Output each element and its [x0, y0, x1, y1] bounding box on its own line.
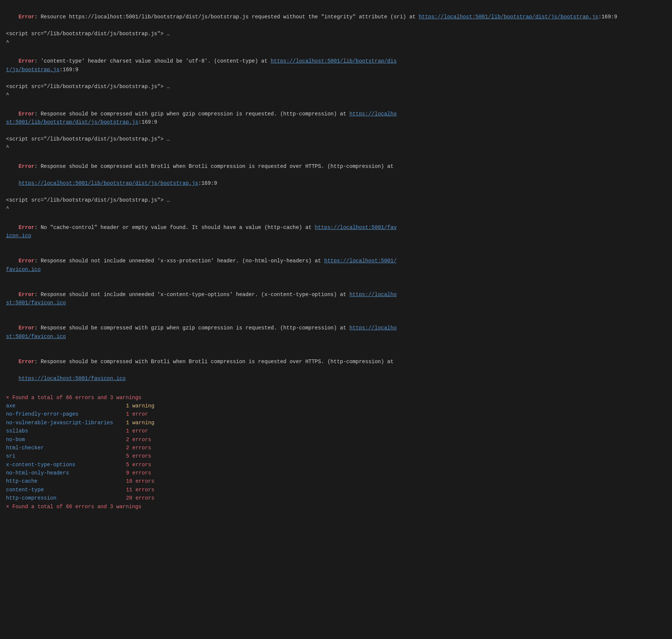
rule-count-no-bom: 2 errors [126, 435, 151, 444]
error-label-4: Error [19, 163, 34, 169]
rule-row-http-compression: http-compression 20 errors [6, 494, 666, 502]
rule-name-http-compression: http-compression [6, 494, 126, 502]
error-label-8: Error [19, 325, 34, 331]
error-label-3: Error [19, 111, 34, 117]
rule-row-no-html-only-headers: no-html-only-headers 9 errors [6, 469, 666, 477]
rule-row-axe: axe 1 warning [6, 402, 666, 410]
source-line-4: <script src="/lib/bootstrap/dist/js/boot… [6, 196, 666, 204]
caret-3: ^ [6, 143, 666, 151]
rule-count-no-vulnerable-javascript-libraries: 1 warning [126, 419, 154, 427]
rule-name-content-type: content-type [6, 486, 126, 494]
caret-1: ^ [6, 38, 666, 46]
source-line-3: <script src="/lib/bootstrap/dist/js/boot… [6, 135, 666, 143]
rule-row-http-cache: http-cache 10 errors [6, 477, 666, 485]
source-line-1: <script src="/lib/bootstrap/dist/js/boot… [6, 30, 666, 38]
error-label-2: Error [19, 58, 34, 64]
error-line-4: Error: Response should be compressed wit… [6, 154, 666, 196]
rule-count-http-compression: 20 errors [126, 494, 154, 502]
rule-name-axe: axe [6, 402, 126, 410]
rule-row-sri: sri 5 errors [6, 452, 666, 460]
rule-name-no-html-only-headers: no-html-only-headers [6, 469, 126, 477]
rule-name-no-friendly-error-pages: no-friendly-error-pages [6, 410, 126, 418]
rule-row-no-friendly-error-pages: no-friendly-error-pages 1 error [6, 410, 666, 418]
rule-row-x-content-type-options: x-content-type-options 5 errors [6, 461, 666, 469]
error-line-7: Error: Response should not include unnee… [6, 282, 666, 316]
rule-name-html-checker: html-checker [6, 444, 126, 452]
error-label-7: Error [19, 292, 34, 298]
rule-count-html-checker: 2 errors [126, 444, 151, 452]
error-line-3: Error: Response should be compressed wit… [6, 101, 666, 135]
rule-count-sri: 5 errors [126, 452, 151, 460]
link-1[interactable]: https://localhost:5001/lib/bootstrap/dis… [419, 14, 598, 20]
error-label-1: Error [19, 14, 34, 20]
error-line-5: Error: No "cache-control" header or empt… [6, 215, 666, 248]
console-output: Error: Resource https://localhost:5001/l… [6, 4, 666, 511]
rule-name-http-cache: http-cache [6, 477, 126, 485]
rule-name-no-vulnerable-javascript-libraries: no-vulnerable-javascript-libraries [6, 419, 126, 427]
error-label-9: Error [19, 359, 34, 365]
rule-row-content-type: content-type 11 errors [6, 486, 666, 494]
caret-4: ^ [6, 204, 666, 213]
error-label-6: Error [19, 258, 34, 264]
error-line-6: Error: Response should not include unnee… [6, 248, 666, 282]
rule-count-x-content-type-options: 5 errors [126, 461, 151, 469]
rule-row-ssllabs: ssllabs 1 error [6, 427, 666, 435]
rule-name-x-content-type-options: x-content-type-options [6, 461, 126, 469]
rule-name-ssllabs: ssllabs [6, 427, 126, 435]
rule-row-no-bom: no-bom 2 errors [6, 435, 666, 444]
source-line-2: <script src="/lib/bootstrap/dist/js/boot… [6, 82, 666, 91]
footer-summary-line: × Found a total of 66 errors and 3 warni… [6, 503, 666, 511]
error-line-2: Error: 'content-type' header charset val… [6, 49, 666, 82]
rule-count-no-friendly-error-pages: 1 error [126, 410, 148, 418]
rule-count-content-type: 11 errors [126, 486, 154, 494]
error-line-8: Error: Response should be compressed wit… [6, 316, 666, 349]
link-9[interactable]: https://localhost:5001/favicon.ico [19, 376, 126, 382]
error-line-9: Error: Response should be compressed wit… [6, 349, 666, 391]
rule-count-axe: 1 warning [126, 402, 154, 410]
error-label-5: Error [19, 224, 34, 230]
rule-count-http-cache: 10 errors [126, 477, 154, 485]
rule-count-ssllabs: 1 error [126, 427, 148, 435]
summary-line: × Found a total of 66 errors and 3 warni… [6, 394, 666, 402]
caret-2: ^ [6, 91, 666, 99]
link-4[interactable]: https://localhost:5001/lib/bootstrap/dis… [19, 180, 198, 186]
rule-count-no-html-only-headers: 9 errors [126, 469, 151, 477]
rule-row-html-checker: html-checker 2 errors [6, 444, 666, 452]
rule-name-no-bom: no-bom [6, 435, 126, 444]
rule-row-no-vulnerable-javascript-libraries: no-vulnerable-javascript-libraries 1 war… [6, 419, 666, 427]
rule-name-sri: sri [6, 452, 126, 460]
error-line-1: Error: Resource https://localhost:5001/l… [6, 4, 666, 30]
